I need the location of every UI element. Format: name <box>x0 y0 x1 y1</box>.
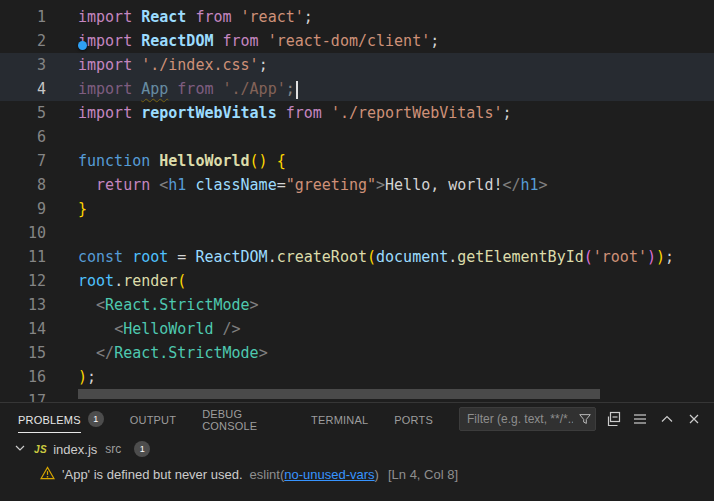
vscode-window: 1import React from 'react';2import React… <box>0 0 714 501</box>
problems-filter-input[interactable] <box>459 407 596 431</box>
problem-item[interactable]: 'App' is defined but never used. eslint(… <box>0 461 714 488</box>
problems-list: JS index.js src 1 'App' is defined but n… <box>0 434 714 488</box>
eslint-rule-link[interactable]: no-unused-vars <box>284 467 374 482</box>
text-cursor <box>296 81 298 99</box>
code-line[interactable]: 11const root = ReactDOM.createRoot(docum… <box>0 245 714 269</box>
line-number[interactable]: 1 <box>0 5 46 29</box>
code-text: import reportWebVitals from './reportWeb… <box>46 101 512 125</box>
problems-filter <box>459 407 596 431</box>
code-token: ; <box>430 32 439 50</box>
code-line[interactable]: 8 return <h1 className="greeting">Hello,… <box>0 173 714 197</box>
code-line[interactable]: 10 <box>0 221 714 245</box>
horizontal-scrollbar[interactable] <box>0 389 714 399</box>
problems-count-badge: 1 <box>88 411 104 427</box>
code-token: from <box>168 80 222 98</box>
code-line[interactable]: 7function HelloWorld() { <box>0 149 714 173</box>
code-token: h1 <box>521 176 539 194</box>
code-token: render <box>123 272 177 290</box>
line-number[interactable]: 15 <box>0 341 46 365</box>
tab-label: DEBUG CONSOLE <box>202 399 285 439</box>
tab-debug-console[interactable]: DEBUG CONSOLE <box>202 403 285 434</box>
code-token: './App' <box>223 80 286 98</box>
view-as-table-icon[interactable] <box>630 409 650 429</box>
code-text: import ReactDOM from 'react-dom/client'; <box>46 29 439 53</box>
code-area[interactable]: 1import React from 'react';2import React… <box>0 0 714 402</box>
code-token: Hello, world! <box>385 176 502 194</box>
code-token: root <box>132 248 168 266</box>
maximize-panel-icon[interactable] <box>657 409 677 429</box>
code-token: './index.css' <box>141 56 258 74</box>
line-number[interactable]: 6 <box>0 125 46 149</box>
code-token: ( <box>177 272 186 290</box>
code-text: const root = ReactDOM.createRoot(documen… <box>46 245 674 269</box>
code-text <box>46 125 78 149</box>
tab-ports[interactable]: PORTS <box>394 403 433 434</box>
line-number[interactable]: 3 <box>0 53 46 77</box>
code-token: () <box>250 152 268 170</box>
code-line[interactable]: 5import reportWebVitals from './reportWe… <box>0 101 714 125</box>
code-token: reportWebVitals <box>141 104 276 122</box>
code-token: = <box>168 248 195 266</box>
code-token: ; <box>286 80 295 98</box>
problem-file-row[interactable]: JS index.js src 1 <box>0 437 714 461</box>
scrollbar-thumb[interactable] <box>78 389 600 399</box>
code-token: ( <box>367 248 376 266</box>
code-line[interactable]: 4import App from './App'; <box>0 77 714 101</box>
code-token: ; <box>304 8 313 26</box>
code-token <box>268 152 277 170</box>
close-panel-icon[interactable] <box>684 409 704 429</box>
collapse-all-icon[interactable] <box>603 409 623 429</box>
code-token: . <box>448 248 457 266</box>
code-token: = <box>277 176 286 194</box>
editor[interactable]: 1import React from 'react';2import React… <box>0 0 714 402</box>
panel-header: PROBLEMS1OUTPUTDEBUG CONSOLETERMINALPORT… <box>0 403 714 434</box>
code-token: ; <box>259 56 268 74</box>
code-token <box>78 176 96 194</box>
tab-output[interactable]: OUTPUT <box>130 403 176 434</box>
line-number[interactable]: 12 <box>0 269 46 293</box>
code-token: ( <box>584 248 593 266</box>
line-number[interactable]: 8 <box>0 173 46 197</box>
code-token <box>78 320 114 338</box>
code-token: root <box>78 272 114 290</box>
tab-problems[interactable]: PROBLEMS1 <box>18 403 104 434</box>
code-text: return <h1 className="greeting">Hello, w… <box>46 173 548 197</box>
code-token: const <box>78 248 132 266</box>
code-text: </React.StrictMode> <box>46 341 268 365</box>
chevron-down-icon[interactable] <box>12 440 28 459</box>
problem-source: eslint(no-unused-vars) <box>250 467 379 482</box>
line-number[interactable]: 14 <box>0 317 46 341</box>
code-line[interactable]: 12root.render( <box>0 269 714 293</box>
code-text: import App from './App'; <box>46 77 298 101</box>
code-token: < <box>159 176 168 194</box>
problem-file-name: index.js <box>53 442 97 457</box>
line-number[interactable]: 9 <box>0 197 46 221</box>
code-token <box>78 296 96 314</box>
code-line[interactable]: 9} <box>0 197 714 221</box>
code-token: ; <box>502 104 511 122</box>
code-token: import <box>78 80 141 98</box>
line-number[interactable]: 13 <box>0 293 46 317</box>
code-line[interactable]: 6 <box>0 125 714 149</box>
line-number[interactable]: 7 <box>0 149 46 173</box>
code-line[interactable]: 16); <box>0 365 714 389</box>
code-token: React <box>141 8 186 26</box>
code-line[interactable]: 1import React from 'react'; <box>0 5 714 29</box>
line-number[interactable]: 4 <box>0 77 46 101</box>
tab-terminal[interactable]: TERMINAL <box>311 403 368 434</box>
code-line[interactable]: 13 <React.StrictMode> <box>0 293 714 317</box>
code-token: < <box>96 296 105 314</box>
code-line[interactable]: 2import ReactDOM from 'react-dom/client'… <box>0 29 714 53</box>
code-line[interactable]: 15 </React.StrictMode> <box>0 341 714 365</box>
tab-label: PROBLEMS <box>18 405 81 433</box>
line-number[interactable]: 10 <box>0 221 46 245</box>
code-text: <React.StrictMode> <box>46 293 259 317</box>
tab-label: OUTPUT <box>130 405 176 433</box>
code-line[interactable]: 3import './index.css'; <box>0 53 714 77</box>
line-number[interactable]: 16 <box>0 365 46 389</box>
line-number[interactable]: 2 <box>0 29 46 53</box>
line-number[interactable]: 5 <box>0 101 46 125</box>
code-token: import <box>78 56 141 74</box>
line-number[interactable]: 11 <box>0 245 46 269</box>
code-line[interactable]: 14 <HelloWorld /> <box>0 317 714 341</box>
